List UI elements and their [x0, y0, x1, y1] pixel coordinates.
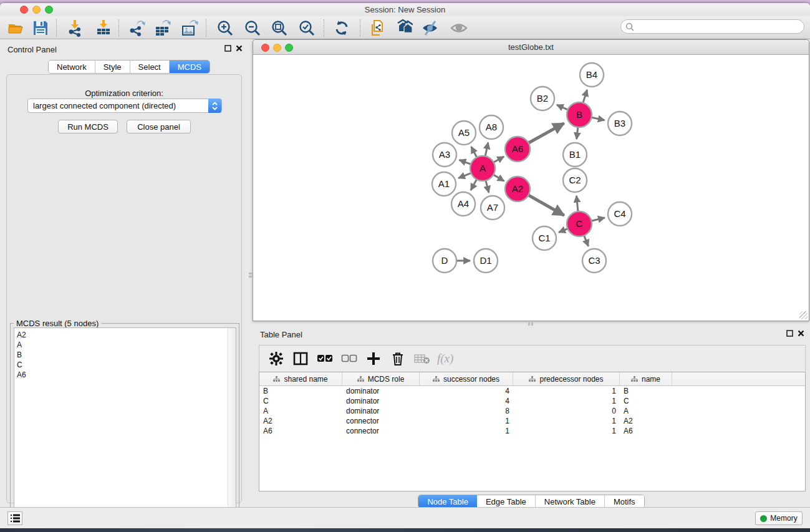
mcds-result-list[interactable]: A2ABCA6: [14, 327, 236, 531]
mcds-result-item[interactable]: A: [17, 340, 236, 350]
list-icon[interactable]: [7, 511, 22, 525]
export-image-icon[interactable]: [180, 18, 200, 38]
column-header-predecessor-nodes[interactable]: predecessor nodes: [513, 372, 620, 385]
vertical-splitter-handle[interactable]: [248, 267, 253, 283]
import-network-icon[interactable]: [65, 18, 85, 38]
zoom-in-icon[interactable]: [215, 18, 235, 38]
cell-successor-nodes[interactable]: 1: [420, 426, 513, 436]
edge-A-A2[interactable]: [493, 175, 504, 181]
zoom-selected-icon[interactable]: [297, 18, 317, 38]
open-file-icon[interactable]: [6, 18, 26, 38]
export-table-icon[interactable]: [153, 18, 173, 38]
edge-A-A6[interactable]: [493, 157, 504, 163]
column-header-name[interactable]: name: [620, 372, 672, 385]
edge-B-B3[interactable]: [591, 117, 605, 120]
cell-successor-nodes[interactable]: 4: [420, 386, 513, 396]
tab-mcds[interactable]: MCDS: [170, 60, 210, 73]
cell-predecessor-nodes[interactable]: 1: [513, 416, 620, 426]
mcds-result-item[interactable]: A6: [17, 370, 236, 380]
export-network-icon[interactable]: [127, 18, 147, 38]
cell-MCDS-role[interactable]: dominator: [342, 386, 420, 396]
column-header-shared-name[interactable]: shared name: [259, 372, 342, 385]
edge-A-A1[interactable]: [458, 173, 471, 178]
columns-icon[interactable]: [291, 349, 310, 368]
edge-A-A5[interactable]: [471, 147, 478, 158]
search-field[interactable]: [620, 19, 804, 34]
add-column-icon[interactable]: [364, 349, 383, 368]
mcds-result-item[interactable]: B: [17, 350, 236, 360]
cell-successor-nodes[interactable]: 1: [420, 416, 513, 426]
cell-name[interactable]: A2: [620, 416, 672, 426]
cell-predecessor-nodes[interactable]: 1: [513, 426, 620, 436]
close-panel-button[interactable]: Close panel: [127, 120, 191, 133]
copy-network-icon[interactable]: [368, 18, 388, 38]
import-table-icon[interactable]: [94, 18, 113, 38]
table-row[interactable]: A6connector11A6: [259, 426, 805, 436]
cell-name[interactable]: C: [620, 396, 672, 406]
table-row[interactable]: Bdominator41B: [259, 386, 805, 396]
cell-shared-name[interactable]: A2: [259, 416, 342, 426]
run-mcds-button[interactable]: Run MCDS: [58, 120, 118, 133]
edge-B-B2[interactable]: [557, 105, 569, 110]
tab-style[interactable]: Style: [95, 60, 130, 73]
cell-shared-name[interactable]: A: [259, 406, 342, 416]
cell-successor-nodes[interactable]: 8: [420, 406, 513, 416]
tab-network[interactable]: Network: [49, 60, 95, 73]
edge-C-C4[interactable]: [591, 218, 604, 221]
cell-MCDS-role[interactable]: dominator: [342, 396, 420, 406]
cell-shared-name[interactable]: B: [259, 386, 342, 396]
cell-predecessor-nodes[interactable]: 0: [513, 406, 620, 416]
cell-MCDS-role[interactable]: connector: [342, 416, 420, 426]
edge-A-A4[interactable]: [471, 179, 477, 190]
search-input[interactable]: [637, 22, 793, 31]
cell-name[interactable]: A: [620, 406, 672, 416]
mcds-result-item[interactable]: C: [17, 360, 236, 370]
resize-grip[interactable]: [799, 311, 808, 319]
show-all-icon[interactable]: [449, 18, 469, 38]
tab-edge-table[interactable]: Edge Table: [477, 495, 536, 508]
node-table[interactable]: shared nameMCDS rolesuccessor nodesprede…: [259, 372, 806, 491]
table-row[interactable]: Cdominator41C: [259, 396, 805, 406]
edge-A-A3[interactable]: [460, 160, 472, 164]
tab-motifs[interactable]: Motifs: [605, 495, 644, 508]
edge-A6-B[interactable]: [528, 123, 564, 143]
cell-MCDS-role[interactable]: connector: [342, 426, 420, 436]
zoom-out-icon[interactable]: [243, 18, 263, 38]
refresh-icon[interactable]: [332, 18, 352, 38]
memory-button[interactable]: Memory: [755, 511, 803, 525]
close-icon[interactable]: [236, 45, 243, 52]
first-neighbors-icon[interactable]: [393, 18, 413, 38]
edge-A-A7[interactable]: [486, 180, 489, 192]
table-row[interactable]: Adominator80A: [259, 406, 805, 416]
function-builder-icon[interactable]: f(x): [437, 352, 453, 365]
edge-A-A8[interactable]: [485, 142, 488, 157]
scrollbar-track[interactable]: [228, 328, 236, 531]
mcds-result-item[interactable]: A2: [17, 330, 236, 340]
edge-C-C2[interactable]: [576, 196, 578, 212]
deselect-all-icon[interactable]: [340, 349, 359, 368]
network-canvas[interactable]: B4B2BB3A8A5A6A3B1AA1C2A2A4A7CC4C1C3DD1: [254, 56, 808, 320]
save-session-icon[interactable]: [31, 18, 51, 38]
table-row[interactable]: A2connector11A2: [259, 416, 805, 426]
delete-table-icon[interactable]: [413, 349, 432, 368]
float-icon[interactable]: [224, 45, 231, 52]
cell-shared-name[interactable]: C: [259, 396, 342, 406]
column-header-MCDS-role[interactable]: MCDS role: [342, 372, 420, 385]
float-icon[interactable]: [786, 330, 793, 337]
cell-predecessor-nodes[interactable]: 1: [513, 396, 620, 406]
optimization-criterion-dropdown[interactable]: largest connected component (directed): [27, 99, 222, 113]
cell-MCDS-role[interactable]: dominator: [342, 406, 420, 416]
edge-B-B1[interactable]: [577, 127, 578, 139]
zoom-fit-icon[interactable]: [269, 18, 289, 38]
network-graph[interactable]: B4B2BB3A8A5A6A3B1AA1C2A2A4A7CC4C1C3DD1: [254, 56, 808, 320]
edge-B-B4[interactable]: [583, 90, 587, 104]
edge-A2-C[interactable]: [528, 195, 564, 215]
cell-predecessor-nodes[interactable]: 1: [513, 386, 620, 396]
cell-shared-name[interactable]: A6: [259, 426, 342, 436]
delete-column-icon[interactable]: [388, 349, 407, 368]
select-all-icon[interactable]: [316, 349, 334, 368]
edge-C-C1[interactable]: [559, 228, 568, 232]
close-icon[interactable]: [798, 330, 804, 337]
edge-C-C3[interactable]: [584, 235, 588, 246]
hide-selected-icon[interactable]: [420, 18, 440, 38]
